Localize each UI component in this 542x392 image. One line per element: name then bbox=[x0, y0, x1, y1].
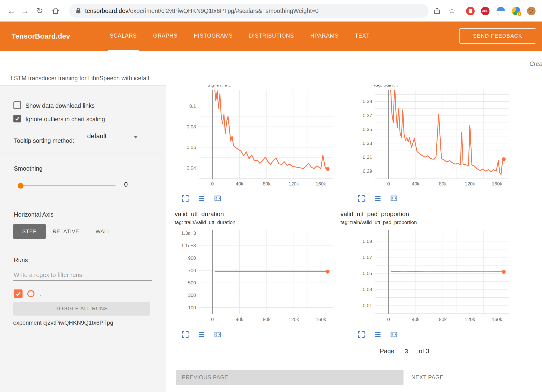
tab-histograms[interactable]: HISTOGRAMS bbox=[192, 22, 235, 51]
show-download-links-checkbox[interactable] bbox=[13, 101, 21, 109]
address-bar[interactable]: tensorboard.dev/experiment/cj2vtPiwQHKN9… bbox=[69, 4, 429, 18]
chart-canvas-top-left[interactable]: 0.040.060.080.1040k80k120k160k bbox=[177, 90, 333, 187]
chart-title-valid-utt-duration: valid_utt_duration bbox=[175, 210, 224, 218]
blue-pie-extension-icon[interactable] bbox=[496, 7, 505, 15]
tooltip-sorting-dropdown[interactable]: default bbox=[87, 133, 138, 142]
url-path: /experiment/cj2vtPiwQHKN9Q1tx6PTpg/#scal… bbox=[128, 7, 319, 14]
page-of-label: of 3 bbox=[419, 347, 429, 355]
lock-icon bbox=[75, 8, 81, 14]
svg-text:0.07: 0.07 bbox=[363, 255, 372, 260]
nav-tabs: SCALARS GRAPHS HISTOGRAMS DISTRIBUTIONS … bbox=[108, 22, 372, 51]
fit-domain-icon[interactable] bbox=[390, 331, 398, 338]
svg-text:0.06: 0.06 bbox=[187, 145, 196, 150]
svg-text:40k: 40k bbox=[236, 181, 244, 186]
forward-button[interactable]: → bbox=[18, 0, 32, 22]
svg-text:300: 300 bbox=[188, 293, 196, 298]
axis-wall-button[interactable]: WALL bbox=[89, 224, 117, 239]
runs-filter-input[interactable] bbox=[13, 270, 152, 281]
profile-extension-icon[interactable]: 1 bbox=[512, 7, 520, 15]
expand-chart-icon[interactable] bbox=[181, 331, 189, 338]
svg-text:1.1e+3: 1.1e+3 bbox=[181, 243, 196, 248]
horizontal-lines-icon[interactable] bbox=[374, 331, 381, 338]
tab-scalars[interactable]: SCALARS bbox=[108, 22, 139, 51]
svg-text:40k: 40k bbox=[412, 317, 420, 322]
back-button[interactable]: ← bbox=[5, 0, 18, 22]
svg-text:1.3e+3: 1.3e+3 bbox=[181, 231, 196, 236]
horizontal-lines-icon[interactable] bbox=[198, 331, 205, 338]
reload-button[interactable]: ↻ bbox=[33, 0, 46, 22]
adblock-extension-icon[interactable] bbox=[466, 7, 475, 15]
experiment-description: LSTM transducer training for LibriSpeech… bbox=[11, 75, 149, 82]
clipped-tag-text: tag: train/... bbox=[374, 85, 398, 88]
svg-text:120k: 120k bbox=[288, 181, 299, 186]
home-button[interactable] bbox=[49, 0, 62, 22]
svg-text:900: 900 bbox=[188, 255, 196, 261]
axis-relative-button[interactable]: RELATIVE bbox=[48, 224, 84, 239]
clipped-create-text: Crea bbox=[530, 60, 542, 67]
abp-extension-icon[interactable]: ABP bbox=[481, 7, 490, 15]
check-icon bbox=[15, 291, 21, 297]
tab-hparams[interactable]: HPARAMS bbox=[308, 22, 340, 51]
chevron-down-icon bbox=[133, 136, 138, 138]
svg-text:0.35: 0.35 bbox=[363, 127, 372, 132]
axis-step-button[interactable]: STEP bbox=[13, 224, 46, 239]
svg-text:120k: 120k bbox=[288, 317, 299, 322]
svg-text:0.09: 0.09 bbox=[363, 239, 372, 244]
svg-text:160k: 160k bbox=[492, 317, 502, 322]
run-checkbox[interactable] bbox=[14, 289, 23, 298]
horizontal-lines-icon[interactable] bbox=[198, 195, 205, 202]
horizontal-axis-label: Horizontal Axis bbox=[14, 211, 53, 218]
chart-canvas-bottom-left[interactable]: 1003005007009001.1e+31.3e+3040k80k120k16… bbox=[177, 230, 333, 323]
page-label: Page bbox=[380, 347, 394, 355]
expand-chart-icon[interactable] bbox=[357, 331, 365, 338]
tab-graphs[interactable]: GRAPHS bbox=[151, 22, 179, 51]
fit-domain-icon[interactable] bbox=[214, 331, 222, 338]
svg-text:0.05: 0.05 bbox=[363, 271, 372, 276]
svg-text:0: 0 bbox=[387, 181, 390, 186]
adblock-hand-icon bbox=[469, 9, 472, 13]
svg-text:160k: 160k bbox=[316, 317, 326, 322]
page-number-input[interactable] bbox=[398, 348, 415, 356]
svg-text:160k: 160k bbox=[492, 181, 502, 186]
toggle-all-runs-button[interactable]: TOGGLE ALL RUNS bbox=[13, 302, 150, 316]
divider bbox=[0, 250, 166, 250]
runs-label: Runs bbox=[14, 256, 28, 264]
svg-text:0.08: 0.08 bbox=[187, 124, 196, 129]
run-color-circle bbox=[27, 290, 35, 297]
experiment-name: experiment cj2vtPiwQHKN9Q1tx6PTpg bbox=[13, 319, 113, 326]
cookie-extension-icon[interactable] bbox=[527, 7, 536, 15]
smoothing-value-input[interactable]: 0 bbox=[123, 181, 151, 190]
tab-distributions[interactable]: DISTRIBUTIONS bbox=[247, 22, 296, 51]
previous-page-button[interactable]: PREVIOUS PAGE bbox=[176, 370, 404, 385]
expand-chart-icon[interactable] bbox=[181, 195, 189, 202]
tooltip-sorting-label: Tooltip sorting method: bbox=[14, 137, 74, 144]
expand-chart-icon[interactable] bbox=[357, 195, 365, 202]
chart-canvas-bottom-right[interactable]: 0.010.030.050.070.09040k80k120k160k bbox=[353, 230, 509, 323]
send-feedback-button[interactable]: SEND FEEDBACK bbox=[459, 28, 536, 44]
svg-text:0.1: 0.1 bbox=[189, 104, 196, 109]
svg-text:0.04: 0.04 bbox=[187, 165, 196, 171]
chart-toolbar bbox=[357, 195, 398, 202]
app-logo: TensorBoard.dev bbox=[12, 22, 70, 51]
share-icon[interactable] bbox=[430, 0, 444, 22]
bookmark-star-icon[interactable]: ☆ bbox=[445, 0, 459, 22]
horizontal-lines-icon[interactable] bbox=[374, 195, 381, 202]
chart-canvas-top-right[interactable]: 0.290.310.330.350.370.39040k80k120k160k bbox=[353, 90, 509, 187]
url-text: tensorboard.dev/experiment/cj2vtPiwQHKN9… bbox=[85, 7, 318, 14]
tab-text[interactable]: TEXT bbox=[353, 22, 372, 51]
svg-text:500: 500 bbox=[188, 280, 196, 285]
extension-notification-badge: 1 bbox=[517, 12, 522, 16]
next-page-button[interactable]: NEXT PAGE bbox=[411, 370, 444, 385]
ignore-outliers-label: Ignore outliers in chart scaling bbox=[25, 115, 105, 123]
browser-window: ← → ↻ tensorboard.dev/experiment/cj2vtPi… bbox=[0, 0, 542, 392]
svg-text:0: 0 bbox=[387, 317, 390, 322]
fit-domain-icon[interactable] bbox=[390, 195, 398, 202]
home-icon bbox=[52, 7, 60, 15]
svg-text:160k: 160k bbox=[316, 181, 326, 186]
svg-text:700: 700 bbox=[188, 268, 196, 273]
smoothing-slider[interactable] bbox=[19, 185, 115, 186]
chart-tag-valid-utt-pad-proportion: tag: train/valid_utt_pad_proportion bbox=[340, 219, 417, 225]
fit-domain-icon[interactable] bbox=[214, 195, 222, 202]
ignore-outliers-checkbox[interactable] bbox=[13, 115, 21, 122]
slider-thumb[interactable] bbox=[18, 183, 23, 189]
